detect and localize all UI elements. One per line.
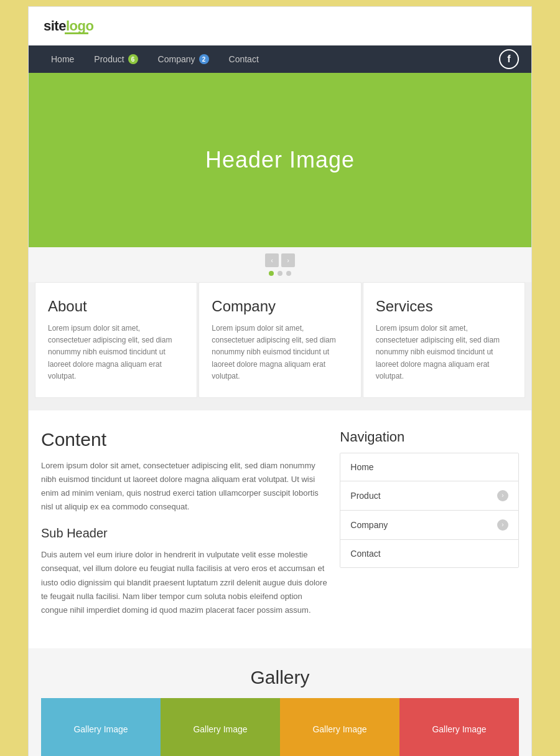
logo-text-site: site: [44, 18, 66, 34]
sidebar-nav-arrow-product: ›: [497, 490, 508, 501]
nav-item-home[interactable]: Home: [41, 45, 84, 73]
site-logo[interactable]: sitelogo: [44, 18, 93, 34]
nav-badge-company: 2: [199, 54, 209, 64]
nav-sidebar: Navigation Home Product › Company › Cont…: [340, 429, 519, 630]
sidebar-nav-label-contact: Contact: [350, 549, 380, 559]
card-text-company: Lorem ipsum dolor sit amet, consectetuer…: [212, 323, 348, 382]
nav-label-product: Product: [94, 54, 124, 64]
gallery-section: Gallery Gallery Image Gallery Image Gall…: [29, 648, 531, 756]
nav-items: Home Product 6 Company 2 Contact: [41, 45, 499, 73]
nav-sidebar-list: Home Product › Company › Contact: [340, 453, 519, 568]
content-area: Content Lorem ipsum dolor sit amet, cons…: [41, 429, 327, 630]
sidebar-nav-label-company: Company: [350, 520, 388, 530]
nav-label-home: Home: [51, 54, 74, 64]
slider-dots: [269, 271, 291, 276]
card-about: About Lorem ipsum dolor sit amet, consec…: [35, 282, 197, 398]
gallery-item-4[interactable]: Gallery Image: [399, 698, 519, 756]
card-text-about: Lorem ipsum dolor sit amet, consectetuer…: [48, 323, 184, 382]
nav-item-contact[interactable]: Contact: [219, 45, 269, 73]
cards-section: About Lorem ipsum dolor sit amet, consec…: [29, 282, 531, 410]
hero-section: Header Image: [29, 73, 531, 247]
card-title-about: About: [48, 298, 184, 315]
card-company: Company Lorem ipsum dolor sit amet, cons…: [198, 282, 361, 398]
sidebar-nav-item-company[interactable]: Company ›: [340, 511, 518, 540]
content-title: Content: [41, 429, 327, 450]
sidebar-nav-arrow-company: ›: [497, 519, 508, 531]
sidebar-nav-label-home: Home: [350, 462, 373, 472]
card-title-services: Services: [376, 298, 512, 315]
gallery-label-4: Gallery Image: [432, 724, 486, 734]
slider-prev-button[interactable]: ‹: [265, 253, 279, 267]
content-sub-paragraph: Duis autem vel eum iriure dolor in hendr…: [41, 548, 327, 617]
slider-dot-2[interactable]: [278, 271, 282, 276]
sidebar-nav-label-product: Product: [350, 491, 380, 501]
nav-label-company: Company: [158, 54, 195, 64]
slider-arrows: ‹ ›: [265, 253, 295, 267]
nav-sidebar-title: Navigation: [340, 429, 519, 445]
gallery-label-3: Gallery Image: [312, 724, 366, 734]
card-text-services: Lorem ipsum dolor sit amet, consectetuer…: [376, 323, 512, 382]
nav-item-company[interactable]: Company 2: [148, 45, 219, 73]
facebook-icon: f: [507, 54, 510, 65]
nav-label-contact: Contact: [229, 54, 259, 64]
slider-dot-3[interactable]: [286, 271, 291, 276]
gallery-label-1: Gallery Image: [73, 724, 128, 734]
gallery-title: Gallery: [41, 667, 519, 688]
nav-badge-product: 6: [128, 54, 138, 64]
gallery-item-3[interactable]: Gallery Image: [280, 698, 399, 756]
nav-item-product[interactable]: Product 6: [84, 45, 147, 73]
slider-dot-1[interactable]: [269, 271, 274, 276]
main-nav: Home Product 6 Company 2 Contact f: [29, 45, 531, 73]
content-paragraph: Lorem ipsum dolor sit amet, consectetuer…: [41, 459, 327, 514]
gallery-label-2: Gallery Image: [193, 724, 247, 734]
slider-controls: ‹ ›: [29, 247, 531, 282]
sub-header: Sub Header: [41, 526, 327, 541]
card-title-company: Company: [212, 298, 348, 315]
site-header: sitelogo: [29, 7, 531, 45]
gallery-grid: Gallery Image Gallery Image Gallery Imag…: [41, 698, 519, 756]
facebook-button[interactable]: f: [499, 49, 519, 69]
logo-text-logo: logo: [66, 18, 93, 34]
sidebar-nav-item-contact[interactable]: Contact: [340, 540, 518, 567]
gallery-item-2[interactable]: Gallery Image: [161, 698, 280, 756]
hero-title: Header Image: [205, 147, 355, 173]
slider-next-button[interactable]: ›: [281, 253, 295, 267]
sidebar-nav-item-home[interactable]: Home: [340, 453, 518, 481]
sidebar-nav-item-product[interactable]: Product ›: [340, 481, 518, 511]
content-nav-section: Content Lorem ipsum dolor sit amet, cons…: [29, 410, 531, 648]
card-services: Services Lorem ipsum dolor sit amet, con…: [363, 282, 525, 398]
gallery-item-1[interactable]: Gallery Image: [41, 698, 161, 756]
